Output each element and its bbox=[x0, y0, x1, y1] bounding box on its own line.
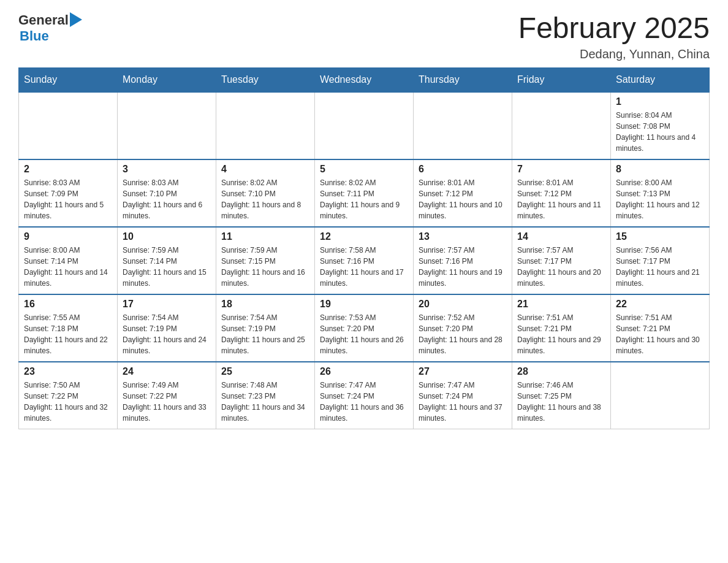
calendar-cell: 5Sunrise: 8:02 AMSunset: 7:11 PMDaylight… bbox=[315, 159, 414, 227]
day-number: 9 bbox=[24, 231, 112, 242]
calendar-cell: 2Sunrise: 8:03 AMSunset: 7:09 PMDaylight… bbox=[19, 159, 118, 227]
day-number: 12 bbox=[320, 231, 408, 242]
calendar-cell: 26Sunrise: 7:47 AMSunset: 7:24 PMDayligh… bbox=[315, 362, 414, 429]
calendar-cell bbox=[611, 362, 710, 429]
day-number: 27 bbox=[419, 366, 507, 377]
day-number: 19 bbox=[320, 299, 408, 310]
day-number: 24 bbox=[123, 366, 211, 377]
day-info: Sunrise: 8:03 AMSunset: 7:10 PMDaylight:… bbox=[123, 177, 211, 221]
calendar-cell: 13Sunrise: 7:57 AMSunset: 7:16 PMDayligh… bbox=[414, 227, 512, 294]
calendar-cell: 16Sunrise: 7:55 AMSunset: 7:18 PMDayligh… bbox=[19, 294, 118, 362]
calendar-table: SundayMondayTuesdayWednesdayThursdayFrid… bbox=[18, 67, 710, 430]
title-section: February 2025 Dedang, Yunnan, China bbox=[518, 12, 710, 61]
day-info: Sunrise: 8:02 AMSunset: 7:10 PMDaylight:… bbox=[221, 177, 309, 221]
day-info: Sunrise: 7:54 AMSunset: 7:19 PMDaylight:… bbox=[123, 312, 211, 356]
day-info: Sunrise: 8:04 AMSunset: 7:08 PMDaylight:… bbox=[616, 110, 704, 154]
weekday-header-friday: Friday bbox=[512, 67, 611, 92]
day-number: 6 bbox=[419, 164, 507, 175]
calendar-cell: 9Sunrise: 8:00 AMSunset: 7:14 PMDaylight… bbox=[19, 227, 118, 294]
day-number: 4 bbox=[221, 164, 309, 175]
day-info: Sunrise: 7:47 AMSunset: 7:24 PMDaylight:… bbox=[419, 380, 507, 424]
day-info: Sunrise: 8:02 AMSunset: 7:11 PMDaylight:… bbox=[320, 177, 408, 221]
day-number: 8 bbox=[616, 164, 704, 175]
calendar-subtitle: Dedang, Yunnan, China bbox=[518, 47, 710, 61]
calendar-cell: 23Sunrise: 7:50 AMSunset: 7:22 PMDayligh… bbox=[19, 362, 118, 429]
day-info: Sunrise: 7:57 AMSunset: 7:16 PMDaylight:… bbox=[419, 245, 507, 289]
calendar-cell: 10Sunrise: 7:59 AMSunset: 7:14 PMDayligh… bbox=[118, 227, 216, 294]
day-info: Sunrise: 8:00 AMSunset: 7:13 PMDaylight:… bbox=[616, 177, 704, 221]
logo-arrow-icon bbox=[70, 12, 82, 27]
calendar-cell bbox=[315, 92, 414, 159]
day-number: 21 bbox=[517, 299, 605, 310]
calendar-cell bbox=[19, 92, 118, 159]
page-header: General Blue February 2025 Dedang, Yunna… bbox=[18, 12, 710, 61]
calendar-cell: 17Sunrise: 7:54 AMSunset: 7:19 PMDayligh… bbox=[118, 294, 216, 362]
day-number: 7 bbox=[517, 164, 605, 175]
day-number: 1 bbox=[616, 96, 704, 107]
day-number: 20 bbox=[419, 299, 507, 310]
day-info: Sunrise: 7:50 AMSunset: 7:22 PMDaylight:… bbox=[24, 380, 112, 424]
calendar-cell: 20Sunrise: 7:52 AMSunset: 7:20 PMDayligh… bbox=[414, 294, 512, 362]
calendar-week-row: 1Sunrise: 8:04 AMSunset: 7:08 PMDaylight… bbox=[19, 92, 710, 159]
calendar-week-row: 16Sunrise: 7:55 AMSunset: 7:18 PMDayligh… bbox=[19, 294, 710, 362]
day-number: 26 bbox=[320, 366, 408, 377]
calendar-cell: 21Sunrise: 7:51 AMSunset: 7:21 PMDayligh… bbox=[512, 294, 611, 362]
day-info: Sunrise: 7:56 AMSunset: 7:17 PMDaylight:… bbox=[616, 245, 704, 289]
day-number: 23 bbox=[24, 366, 112, 377]
day-number: 28 bbox=[517, 366, 605, 377]
calendar-cell bbox=[118, 92, 216, 159]
calendar-cell bbox=[512, 92, 611, 159]
day-info: Sunrise: 7:51 AMSunset: 7:21 PMDaylight:… bbox=[616, 312, 704, 356]
calendar-cell: 7Sunrise: 8:01 AMSunset: 7:12 PMDaylight… bbox=[512, 159, 611, 227]
weekday-header-wednesday: Wednesday bbox=[315, 67, 414, 92]
day-info: Sunrise: 8:01 AMSunset: 7:12 PMDaylight:… bbox=[517, 177, 605, 221]
calendar-cell: 4Sunrise: 8:02 AMSunset: 7:10 PMDaylight… bbox=[216, 159, 315, 227]
day-number: 3 bbox=[123, 164, 211, 175]
calendar-cell: 19Sunrise: 7:53 AMSunset: 7:20 PMDayligh… bbox=[315, 294, 414, 362]
calendar-week-row: 23Sunrise: 7:50 AMSunset: 7:22 PMDayligh… bbox=[19, 362, 710, 429]
calendar-title: February 2025 bbox=[518, 12, 710, 45]
logo: General Blue bbox=[18, 12, 82, 44]
calendar-cell: 12Sunrise: 7:58 AMSunset: 7:16 PMDayligh… bbox=[315, 227, 414, 294]
day-number: 2 bbox=[24, 164, 112, 175]
day-number: 11 bbox=[221, 231, 309, 242]
calendar-cell: 11Sunrise: 7:59 AMSunset: 7:15 PMDayligh… bbox=[216, 227, 315, 294]
weekday-header-monday: Monday bbox=[118, 67, 216, 92]
day-info: Sunrise: 7:59 AMSunset: 7:14 PMDaylight:… bbox=[123, 245, 211, 289]
calendar-header-row: SundayMondayTuesdayWednesdayThursdayFrid… bbox=[19, 67, 710, 92]
day-number: 15 bbox=[616, 231, 704, 242]
day-info: Sunrise: 7:59 AMSunset: 7:15 PMDaylight:… bbox=[221, 245, 309, 289]
calendar-cell: 24Sunrise: 7:49 AMSunset: 7:22 PMDayligh… bbox=[118, 362, 216, 429]
day-info: Sunrise: 8:00 AMSunset: 7:14 PMDaylight:… bbox=[24, 245, 112, 289]
calendar-cell: 3Sunrise: 8:03 AMSunset: 7:10 PMDaylight… bbox=[118, 159, 216, 227]
day-number: 14 bbox=[517, 231, 605, 242]
calendar-cell: 1Sunrise: 8:04 AMSunset: 7:08 PMDaylight… bbox=[611, 92, 710, 159]
day-info: Sunrise: 7:53 AMSunset: 7:20 PMDaylight:… bbox=[320, 312, 408, 356]
calendar-cell bbox=[216, 92, 315, 159]
calendar-cell: 18Sunrise: 7:54 AMSunset: 7:19 PMDayligh… bbox=[216, 294, 315, 362]
weekday-header-sunday: Sunday bbox=[19, 67, 118, 92]
day-info: Sunrise: 8:03 AMSunset: 7:09 PMDaylight:… bbox=[24, 177, 112, 221]
day-number: 13 bbox=[419, 231, 507, 242]
day-number: 22 bbox=[616, 299, 704, 310]
calendar-cell: 22Sunrise: 7:51 AMSunset: 7:21 PMDayligh… bbox=[611, 294, 710, 362]
day-info: Sunrise: 7:51 AMSunset: 7:21 PMDaylight:… bbox=[517, 312, 605, 356]
weekday-header-thursday: Thursday bbox=[414, 67, 512, 92]
day-info: Sunrise: 7:58 AMSunset: 7:16 PMDaylight:… bbox=[320, 245, 408, 289]
calendar-cell: 8Sunrise: 8:00 AMSunset: 7:13 PMDaylight… bbox=[611, 159, 710, 227]
day-info: Sunrise: 8:01 AMSunset: 7:12 PMDaylight:… bbox=[419, 177, 507, 221]
day-info: Sunrise: 7:46 AMSunset: 7:25 PMDaylight:… bbox=[517, 380, 605, 424]
day-info: Sunrise: 7:52 AMSunset: 7:20 PMDaylight:… bbox=[419, 312, 507, 356]
calendar-cell: 27Sunrise: 7:47 AMSunset: 7:24 PMDayligh… bbox=[414, 362, 512, 429]
logo-general-text: General bbox=[18, 12, 69, 28]
calendar-cell bbox=[414, 92, 512, 159]
weekday-header-tuesday: Tuesday bbox=[216, 67, 315, 92]
day-info: Sunrise: 7:47 AMSunset: 7:24 PMDaylight:… bbox=[320, 380, 408, 424]
day-number: 5 bbox=[320, 164, 408, 175]
calendar-cell: 14Sunrise: 7:57 AMSunset: 7:17 PMDayligh… bbox=[512, 227, 611, 294]
day-info: Sunrise: 7:57 AMSunset: 7:17 PMDaylight:… bbox=[517, 245, 605, 289]
calendar-cell: 15Sunrise: 7:56 AMSunset: 7:17 PMDayligh… bbox=[611, 227, 710, 294]
day-number: 10 bbox=[123, 231, 211, 242]
day-info: Sunrise: 7:55 AMSunset: 7:18 PMDaylight:… bbox=[24, 312, 112, 356]
calendar-week-row: 2Sunrise: 8:03 AMSunset: 7:09 PMDaylight… bbox=[19, 159, 710, 227]
